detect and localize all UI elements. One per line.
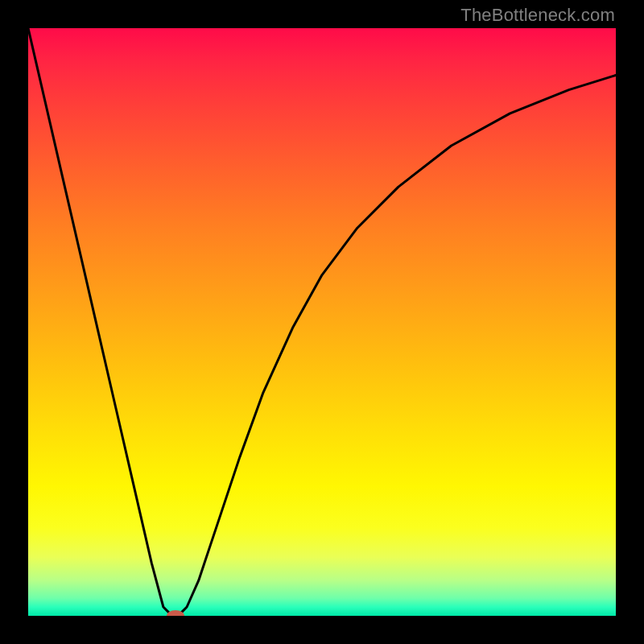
chart-frame: TheBottleneck.com [0,0,644,644]
watermark-text: TheBottleneck.com [460,5,615,26]
bottleneck-curve [28,28,616,616]
plot-area [28,28,616,616]
minimum-marker [167,610,184,616]
